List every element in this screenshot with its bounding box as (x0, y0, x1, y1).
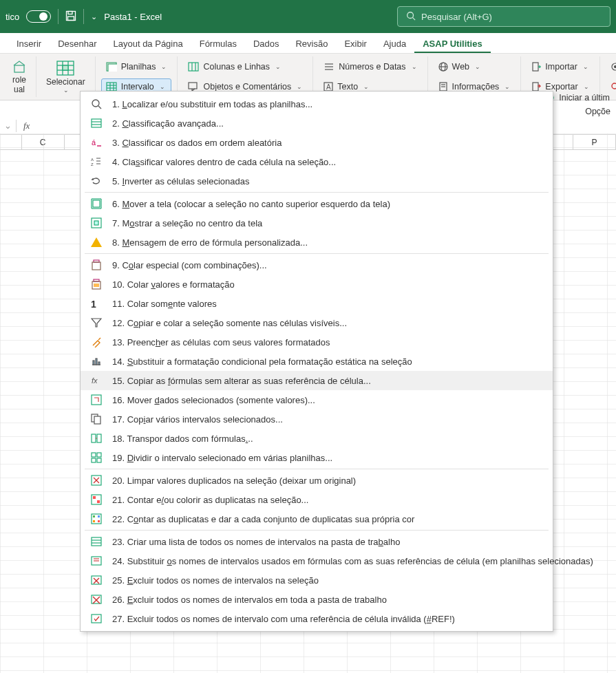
menu-item-icon (90, 513, 103, 525)
menu-item-10[interactable]: 10. Colar valores e formatação (81, 275, 553, 294)
menu-item-17[interactable]: 17. Copiar vários intervalos selecionado… (81, 409, 553, 429)
ribbon-web-button[interactable]: Web⌄ (434, 58, 516, 76)
ribbon-planilhas-button[interactable]: Planilhas⌄ (101, 58, 172, 76)
ribbon-selecionar-button[interactable]: Selecionar ⌄ (42, 59, 89, 95)
tab-dados[interactable]: Dados (245, 34, 288, 53)
menu-item-icon (90, 593, 103, 606)
svg-rect-35 (533, 83, 538, 91)
svg-rect-14 (107, 83, 116, 91)
svg-marker-67 (92, 319, 101, 327)
menu-item-16[interactable]: 16. Mover dados selecionados (somente va… (81, 390, 553, 409)
menu-item-icon (90, 432, 103, 445)
save-icon[interactable] (65, 10, 76, 23)
menu-item-20[interactable]: 20. Limpar valores duplicados na seleção… (81, 471, 553, 490)
quick-access-more-icon[interactable]: ⌄ (91, 12, 97, 21)
menu-divider (85, 469, 549, 469)
ribbon-asap-button[interactable]: ASAP Utilitie (606, 58, 616, 76)
menu-item-label: 19. Dividir o intervalo selecionado em v… (112, 453, 332, 463)
svg-rect-100 (92, 576, 101, 584)
menu-item-7[interactable]: 7. Mostrar a seleção no centro da tela (81, 213, 553, 233)
ribbon-controle-button[interactable]: role ual (8, 58, 30, 96)
menu-item-5[interactable]: 5. Inverter as células selecionadas (81, 171, 553, 191)
menu-item-label: 4. Classificar valores dentro de cada cé… (112, 157, 336, 167)
formula-cancel-icon[interactable]: ⌄ (0, 120, 16, 131)
svg-rect-73 (92, 395, 101, 405)
menu-item-1[interactable]: 1. Localizar e/ou substituir em todas as… (81, 94, 553, 114)
search-box[interactable]: Pesquisar (Alt+G) (397, 6, 610, 27)
ribbon-colunas-linhas-button[interactable]: Colunas e Linhas⌄ (183, 58, 307, 76)
menu-item-label: 25. Excluir todos os nomes de intervalos… (112, 575, 319, 586)
menu-item-19[interactable]: 19. Dividir o intervalo selecionado em v… (81, 448, 553, 467)
menu-item-25[interactable]: 25. Excluir todos os nomes de intervalos… (81, 570, 553, 590)
tab-revisao[interactable]: Revisão (287, 34, 336, 53)
svg-rect-94 (92, 537, 101, 546)
svg-rect-91 (98, 515, 100, 517)
menu-item-label: 17. Copiar vários intervalos selecionado… (112, 414, 283, 425)
ribbon-numeros-datas-label: Números e Datas (339, 62, 405, 72)
menu-item-13[interactable]: 13. Preencher as células com seus valore… (81, 332, 553, 352)
menu-item-6[interactable]: 6. Mover a tela (colocar a seleção no ca… (81, 194, 553, 213)
menu-item-3[interactable]: á3. Classificar os dados em ordem aleató… (81, 133, 553, 152)
menu-item-label: 13. Preencher as células com seus valore… (112, 337, 330, 348)
ribbon-importar-button[interactable]: Importar⌄ (527, 58, 593, 76)
menu-item-12[interactable]: 12. Copiar e colar a seleção somente nas… (81, 313, 553, 332)
fx-icon[interactable]: fx (17, 120, 36, 131)
tab-inserir[interactable]: Inserir (8, 34, 50, 53)
menu-item-9[interactable]: 9. Colar especial (com combinações)... (81, 255, 553, 275)
svg-rect-103 (92, 595, 101, 603)
document-title: Pasta1 - Excel (104, 12, 162, 22)
svg-rect-65 (94, 284, 99, 287)
menu-item-11[interactable]: 111. Colar somente valores (81, 294, 553, 313)
menu-item-26[interactable]: 26. Excluir todos os nomes de intervalos… (81, 590, 553, 609)
menu-item-icon (90, 217, 103, 229)
svg-rect-82 (97, 458, 101, 462)
menu-item-24[interactable]: 24. Substituir os nomes de intervalos us… (81, 551, 553, 570)
svg-rect-88 (97, 500, 100, 503)
menu-divider (85, 192, 549, 193)
menu-item-21[interactable]: 21. Contar e/ou colorir as duplicatas na… (81, 490, 553, 509)
menu-item-icon (90, 451, 103, 464)
svg-rect-22 (189, 83, 197, 89)
svg-rect-69 (93, 361, 94, 365)
tab-desenhar[interactable]: Desenhar (50, 34, 105, 53)
tab-layout[interactable]: Layout da Página (105, 34, 191, 53)
tab-ajuda[interactable]: Ajuda (375, 34, 414, 53)
menu-item-18[interactable]: 18. Transpor dados com fórmulas... (81, 429, 553, 448)
menu-item-22[interactable]: 22. Contar as duplicatas e dar a cada co… (81, 509, 553, 528)
menu-item-2[interactable]: 2. Classificação avançada... (81, 114, 553, 133)
menu-item-8[interactable]: 8. Mensagem de erro de fórmula personali… (81, 233, 553, 252)
menu-item-label: 27. Excluir todos os nomes de intervalo … (112, 614, 455, 624)
svg-text:A: A (326, 83, 331, 91)
svg-rect-77 (97, 434, 101, 442)
svg-rect-106 (92, 615, 101, 623)
menu-divider (85, 253, 549, 254)
autosave-toggle[interactable] (26, 10, 51, 23)
svg-text:1: 1 (91, 299, 96, 309)
tab-asap-utilities[interactable]: ASAP Utilities (414, 34, 490, 53)
menu-item-icon (90, 278, 103, 290)
menu-item-label: 10. Colar valores e formatação (112, 279, 235, 290)
svg-rect-34 (533, 63, 538, 71)
menu-item-label: 2. Classificação avançada... (112, 118, 224, 129)
title-bar: tico ⌄ Pasta1 - Excel Pesquisar (Alt+G) (0, 0, 616, 33)
tab-exibir[interactable]: Exibir (336, 34, 375, 53)
tab-formulas[interactable]: Fórmulas (191, 34, 245, 53)
menu-item-15[interactable]: fx15. Copiar as fórmulas sem alterar as … (81, 371, 553, 390)
menu-item-label: 7. Mostrar a seleção no centro da tela (112, 218, 262, 228)
menu-item-14[interactable]: 14. Substituir a formatação condicional … (81, 352, 553, 371)
svg-rect-62 (92, 262, 100, 270)
ribbon-colunas-linhas-label: Colunas e Linhas (203, 62, 270, 72)
menu-item-23[interactable]: 23. Criar uma lista de todos os nomes de… (81, 532, 553, 551)
svg-line-43 (98, 106, 101, 109)
menu-item-label: 14. Substituir a formatação condicional … (112, 356, 412, 367)
menu-item-label: 11. Colar somente valores (112, 299, 217, 309)
menu-item-label: 6. Mover a tela (colocar a seleção no ca… (112, 199, 390, 209)
ribbon-numeros-datas-button[interactable]: Números e Datas⌄ (319, 58, 421, 76)
svg-rect-75 (94, 416, 100, 424)
menu-item-icon (90, 317, 103, 329)
menu-item-4[interactable]: AZ4. Classificar valores dentro de cada … (81, 152, 553, 171)
menu-item-icon: AZ (90, 156, 103, 168)
svg-rect-70 (96, 359, 97, 365)
svg-rect-2 (68, 17, 74, 21)
menu-item-27[interactable]: 27. Excluir todos os nomes de intervalo … (81, 609, 553, 628)
